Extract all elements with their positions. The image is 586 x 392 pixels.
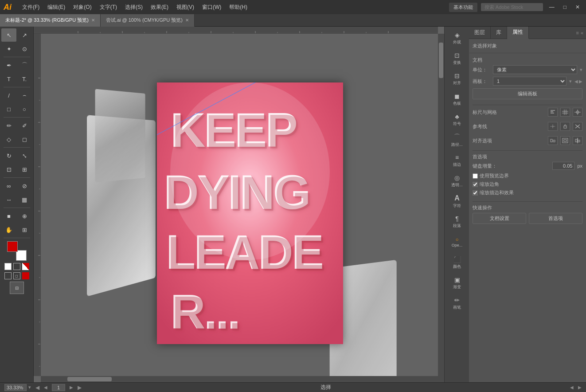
preview-bounds-checkbox[interactable] bbox=[473, 173, 478, 179]
menu-effect[interactable]: 效果(E) bbox=[147, 2, 172, 13]
direct-selection-tool[interactable]: ↗ bbox=[17, 28, 32, 42]
stock-search[interactable] bbox=[481, 3, 543, 11]
close-button[interactable]: ✕ bbox=[573, 4, 582, 10]
eraser-tool[interactable]: ◻ bbox=[17, 133, 32, 146]
guides-clear-icon[interactable] bbox=[573, 122, 582, 131]
normal-mode-icon[interactable] bbox=[4, 263, 12, 270]
artboard-next[interactable]: ▶ bbox=[579, 79, 582, 84]
panel-icon-paragraph[interactable]: ¶ 段落 bbox=[445, 212, 469, 231]
tab-libraries[interactable]: 库 bbox=[491, 27, 507, 39]
horizontal-scrollbar-thumb[interactable] bbox=[67, 377, 112, 381]
rotate-tool[interactable]: ↻ bbox=[1, 149, 16, 162]
guides-show-icon[interactable] bbox=[548, 122, 558, 131]
ellipse-tool[interactable]: ○ bbox=[17, 102, 32, 116]
menu-select[interactable]: 选择(S) bbox=[121, 2, 146, 13]
align-to-selection-icon[interactable] bbox=[548, 136, 558, 145]
lasso-tool[interactable]: ⊙ bbox=[17, 42, 32, 55]
tab-1-close[interactable]: ✕ bbox=[185, 18, 189, 23]
vertical-scrollbar-thumb[interactable] bbox=[439, 43, 443, 78]
tab-properties[interactable]: 属性 bbox=[507, 27, 529, 39]
tab-1[interactable]: 尝试.ai @ 100% (CMYK/GPU 预览) ✕ bbox=[101, 14, 195, 27]
paintbrush-tool[interactable]: ✏ bbox=[1, 119, 16, 132]
scale-corners-label[interactable]: 缩放边角 bbox=[480, 181, 499, 188]
page-first-arrow[interactable]: ◀ bbox=[44, 385, 47, 390]
panel-icon-appearance[interactable]: ◈ 外观 bbox=[445, 28, 469, 48]
zoom-tool[interactable]: ⊕ bbox=[17, 209, 32, 223]
menu-text[interactable]: 文字(T) bbox=[96, 2, 121, 13]
workspace-dropdown[interactable]: 基本功能 bbox=[449, 3, 477, 12]
panel-icon-stroke[interactable]: ≡ 描边 bbox=[445, 151, 469, 170]
hand-tool[interactable]: ✋ bbox=[1, 223, 16, 236]
horizontal-scrollbar[interactable] bbox=[41, 376, 438, 382]
zoom-dropdown-arrow[interactable]: ▾ bbox=[28, 384, 31, 390]
panel-icon-transparency[interactable]: ◎ 透明... bbox=[445, 171, 469, 191]
page-next-btn[interactable]: ▶ bbox=[78, 384, 82, 391]
shaper-tool[interactable]: ◇ bbox=[1, 133, 16, 146]
status-arrow-right[interactable]: ▶ bbox=[578, 385, 582, 390]
artboard-tool[interactable]: ⊞ bbox=[17, 223, 32, 236]
scale-corners-checkbox[interactable] bbox=[473, 182, 478, 187]
maximize-button[interactable]: □ bbox=[561, 4, 569, 10]
vertical-scrollbar[interactable] bbox=[438, 34, 444, 376]
page-number-input[interactable] bbox=[52, 384, 65, 391]
snap-grid-icon[interactable] bbox=[573, 108, 582, 117]
preview-bounds-label[interactable]: 使用预览边界 bbox=[480, 172, 509, 179]
panel-icon-swatches[interactable]: ◼ 色板 bbox=[445, 90, 469, 109]
tab-0-close[interactable]: ✕ bbox=[91, 18, 95, 23]
perspective-tool[interactable]: ⊞ bbox=[17, 163, 32, 176]
panel-icon-color[interactable]: ⬛ 颜色 bbox=[445, 253, 469, 272]
keyboard-increment-input[interactable] bbox=[552, 162, 574, 170]
type-path-tool[interactable]: T. bbox=[17, 72, 32, 86]
tab-0[interactable]: 未标题-2* @ 33.33% (RGB/GPU 预览) ✕ bbox=[0, 14, 101, 27]
gradient-tool[interactable]: ■ bbox=[1, 209, 16, 223]
menu-window[interactable]: 窗口(W) bbox=[199, 2, 225, 13]
panel-icon-align[interactable]: ⊟ 对齐 bbox=[445, 69, 469, 89]
menu-file[interactable]: 文件(F) bbox=[19, 2, 43, 13]
ruler-icon[interactable] bbox=[548, 108, 558, 117]
panel-icon-brushes[interactable]: ✏ 画笔 bbox=[445, 294, 469, 313]
artboard-dropdown-arrow[interactable]: ▾ bbox=[569, 78, 572, 84]
align-to-artboard-icon[interactable] bbox=[560, 136, 570, 145]
magic-wand-tool[interactable]: ✦ bbox=[1, 42, 16, 55]
panel-icon-gradient[interactable]: ▣ 渐变 bbox=[445, 273, 469, 293]
menu-object[interactable]: 对象(O) bbox=[70, 2, 95, 13]
preferences-button[interactable]: 首选项 bbox=[529, 213, 582, 224]
status-arrow-left[interactable]: ◀ bbox=[570, 385, 574, 390]
page-last-arrow[interactable]: ▶ bbox=[70, 385, 73, 390]
scale-strokes-label[interactable]: 缩放描边和效果 bbox=[480, 189, 514, 196]
artboard-prev[interactable]: ◀ bbox=[574, 79, 578, 84]
foreground-color-swatch[interactable] bbox=[7, 241, 18, 252]
bar-chart-tool[interactable]: ▦ bbox=[17, 193, 32, 206]
menu-view[interactable]: 视图(V) bbox=[173, 2, 198, 13]
minimize-button[interactable]: — bbox=[547, 4, 557, 10]
unit-select[interactable]: 像素 bbox=[493, 65, 577, 74]
panel-icon-character[interactable]: A 字符 bbox=[445, 192, 469, 211]
view-normal-icon[interactable] bbox=[4, 272, 12, 279]
align-to-key-icon[interactable] bbox=[573, 136, 582, 145]
measure-tool[interactable]: ↔ bbox=[1, 193, 16, 206]
view-pixel-icon[interactable] bbox=[22, 272, 29, 279]
eyedropper-tool[interactable]: ⊘ bbox=[17, 179, 32, 192]
screen-mode-icon[interactable] bbox=[13, 263, 20, 270]
artboard-select[interactable]: 1 bbox=[493, 77, 566, 86]
doc-setup-button[interactable]: 文档设置 bbox=[473, 213, 526, 224]
line-tool[interactable]: / bbox=[1, 89, 16, 102]
free-transform-tool[interactable]: ⊡ bbox=[1, 163, 16, 176]
artboard[interactable]: KEEP KEEP DYING DYING LEADE LEADE R... R… bbox=[157, 82, 343, 344]
panel-options-icon[interactable]: ≡ bbox=[576, 30, 578, 35]
tab-layers[interactable]: 图层 bbox=[469, 27, 491, 39]
screen-mode-button[interactable]: ⊟ bbox=[10, 282, 24, 294]
panel-icon-pathfinder[interactable]: ⌒ 路径... bbox=[445, 130, 469, 150]
pen-tool[interactable]: ✒ bbox=[1, 59, 16, 72]
menu-edit[interactable]: 编辑(E) bbox=[44, 2, 69, 13]
selection-tool[interactable]: ↖ bbox=[1, 28, 16, 42]
zoom-input[interactable] bbox=[4, 384, 27, 391]
unit-dropdown-arrow[interactable]: ▾ bbox=[580, 67, 582, 73]
scale-strokes-checkbox[interactable] bbox=[473, 190, 478, 196]
scale-tool[interactable]: ⤡ bbox=[17, 149, 32, 162]
page-prev-btn[interactable]: ◀ bbox=[35, 384, 39, 391]
view-outline-icon[interactable]: ◻ bbox=[13, 272, 20, 279]
arc-tool[interactable]: ⌢ bbox=[17, 89, 32, 102]
canvas-area[interactable]: KEEP KEEP DYING DYING LEADE LEADE R... R… bbox=[34, 27, 444, 382]
panel-expand-icon[interactable]: « bbox=[581, 30, 583, 35]
